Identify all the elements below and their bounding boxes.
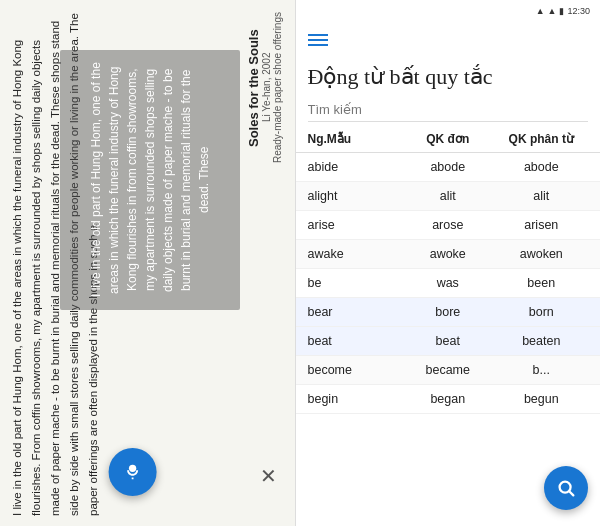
search-icon	[555, 477, 577, 499]
table-cell: bore	[401, 305, 495, 319]
table-cell: begin	[308, 392, 402, 406]
fab-blue-button[interactable]	[109, 448, 157, 496]
table-cell: arisen	[495, 218, 589, 232]
table-cell: b...	[495, 363, 589, 377]
search-fab-button[interactable]	[544, 466, 588, 510]
table-row[interactable]: beginbeganbegun	[296, 385, 600, 414]
table-row[interactable]: abideabodeabode	[296, 153, 600, 182]
table-cell: became	[401, 363, 495, 377]
col-header-past: QK đơn	[401, 132, 495, 146]
text-selection-highlight: I live in the old part of Hung Hom, one …	[60, 50, 240, 310]
table-row[interactable]: beatbeatbeaten	[296, 327, 600, 356]
table-cell: beat	[401, 334, 495, 348]
table-cell: alit	[495, 189, 589, 203]
right-panel: ▲ ▲ ▮ 12:30 Động từ bất quy tắc Ng.Mẫu Q…	[296, 0, 600, 526]
table-cell: begun	[495, 392, 589, 406]
highlighted-passage: I live in the old part of Hung Hom, one …	[77, 50, 223, 310]
col-header-pp: QK phân từ	[495, 132, 589, 146]
battery-icon: ▮	[559, 6, 564, 16]
table-row[interactable]: bearboreborn	[296, 298, 600, 327]
table-cell: was	[401, 276, 495, 290]
svg-point-0	[129, 465, 136, 472]
page-title: Động từ bất quy tắc	[296, 58, 600, 94]
book-title: Soles for the Souls	[246, 12, 261, 165]
table-cell: abode	[495, 160, 589, 174]
table-cell: beaten	[495, 334, 589, 348]
table-cell: been	[495, 276, 589, 290]
close-button[interactable]: ✕	[260, 464, 277, 488]
table-cell: alit	[401, 189, 495, 203]
table-cell: become	[308, 363, 402, 377]
table-body: abideabodeabodealightalitalitarisearosea…	[296, 153, 600, 414]
verb-table: Ng.Mẫu QK đơn QK phân từ abideabodeabode…	[296, 126, 600, 526]
table-row[interactable]: arisearosearisen	[296, 211, 600, 240]
mic-icon	[122, 461, 144, 483]
svg-line-2	[569, 491, 573, 495]
hamburger-line-2	[308, 39, 328, 41]
table-cell: alight	[308, 189, 402, 203]
table-row[interactable]: awakeawokeawoken	[296, 240, 600, 269]
table-cell: awoke	[401, 247, 495, 261]
table-cell: arise	[308, 218, 402, 232]
left-panel: Soles for the Souls Li Ye-han, 2002 Read…	[0, 0, 295, 526]
table-header-row: Ng.Mẫu QK đơn QK phân từ	[296, 126, 600, 153]
book-subtitle-li: Li Ye-han, 2002	[261, 12, 272, 163]
hamburger-line-3	[308, 44, 328, 46]
table-row[interactable]: becomebecameb...	[296, 356, 600, 385]
hamburger-line-1	[308, 34, 328, 36]
table-row[interactable]: bewasbeen	[296, 269, 600, 298]
status-bar: ▲ ▲ ▮ 12:30	[296, 0, 600, 22]
table-row[interactable]: alightalitalit	[296, 182, 600, 211]
table-cell: beat	[308, 334, 402, 348]
table-cell: awoken	[495, 247, 589, 261]
time-display: 12:30	[567, 6, 590, 16]
toolbar	[296, 22, 600, 58]
table-cell: abide	[308, 160, 402, 174]
book-header: Soles for the Souls Li Ye-han, 2002 Read…	[246, 12, 283, 165]
col-header-base: Ng.Mẫu	[308, 132, 402, 146]
wifi-icon: ▲	[536, 6, 545, 16]
search-input[interactable]	[308, 98, 589, 122]
hamburger-menu-button[interactable]	[308, 34, 328, 46]
table-cell: arose	[401, 218, 495, 232]
table-cell: awake	[308, 247, 402, 261]
table-cell: be	[308, 276, 402, 290]
table-cell: began	[401, 392, 495, 406]
table-cell: born	[495, 305, 589, 319]
book-subtitle-ready: Ready-made paper shoe offerings	[272, 12, 283, 163]
table-cell: abode	[401, 160, 495, 174]
signal-icon: ▲	[548, 6, 557, 16]
status-icons: ▲ ▲ ▮ 12:30	[536, 6, 590, 16]
table-cell: bear	[308, 305, 402, 319]
